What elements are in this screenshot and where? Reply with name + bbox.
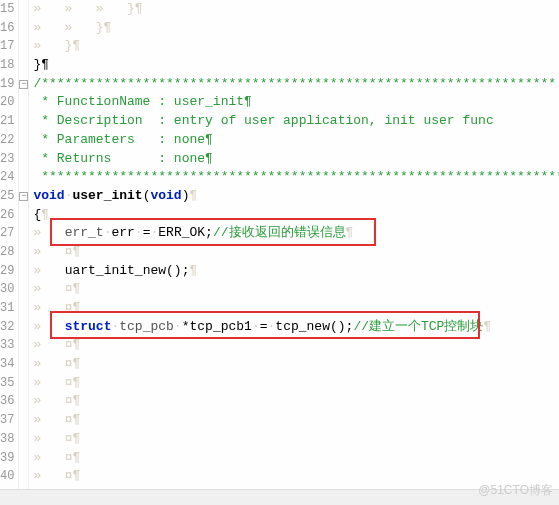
code-line[interactable]: ****************************************…	[33, 168, 559, 187]
code-line[interactable]: }¶	[33, 56, 559, 75]
line-number: 35	[0, 374, 14, 393]
code-line[interactable]: » uart_init_new();¶	[33, 262, 559, 281]
code-line[interactable]: » » » }¶	[33, 0, 559, 19]
code-line[interactable]: {¶	[33, 206, 559, 225]
code-line[interactable]: » » }¶	[33, 19, 559, 38]
line-number: 28	[0, 243, 14, 262]
code-line[interactable]: » ¤¶	[33, 336, 559, 355]
line-number: 40	[0, 467, 14, 486]
line-number: 21	[0, 112, 14, 131]
code-line[interactable]: * FunctionName : user_init¶	[33, 93, 559, 112]
code-line[interactable]: * Returns : none¶	[33, 150, 559, 169]
line-number: 31	[0, 299, 14, 318]
code-line[interactable]: » ¤¶	[33, 299, 559, 318]
code-line[interactable]: * Parameters : none¶	[33, 131, 559, 150]
fold-collapse-icon[interactable]: −	[19, 80, 28, 89]
code-line[interactable]: » ¤¶	[33, 374, 559, 393]
line-number: 20	[0, 93, 14, 112]
line-number: 23	[0, 150, 14, 169]
code-editor[interactable]: 15 16 17 18 19 20 21 22 23 24 25 26 27 2…	[0, 0, 559, 505]
line-number-gutter: 15 16 17 18 19 20 21 22 23 24 25 26 27 2…	[0, 0, 19, 505]
line-number: 36	[0, 392, 14, 411]
line-number: 30	[0, 280, 14, 299]
code-line[interactable]: void·user_init(void)¶	[33, 187, 559, 206]
code-line[interactable]: » ¤¶	[33, 411, 559, 430]
line-number: 37	[0, 411, 14, 430]
line-number: 15	[0, 0, 14, 19]
line-number: 18	[0, 56, 14, 75]
line-number: 24	[0, 168, 14, 187]
code-line[interactable]: » ¤¶	[33, 449, 559, 468]
line-number: 26	[0, 206, 14, 225]
code-line[interactable]: » ¤¶	[33, 430, 559, 449]
code-area[interactable]: » » » }¶ » » }¶ » }¶ }¶ /***************…	[29, 0, 559, 505]
code-line[interactable]: » ¤¶	[33, 243, 559, 262]
watermark: @51CTO博客	[478, 482, 553, 499]
line-number: 27	[0, 224, 14, 243]
code-line[interactable]: /***************************************…	[33, 75, 559, 94]
horizontal-scrollbar[interactable]	[0, 489, 559, 505]
code-line[interactable]: » }¶	[33, 37, 559, 56]
code-line[interactable]: » ¤¶	[33, 280, 559, 299]
line-number: 22	[0, 131, 14, 150]
line-number: 38	[0, 430, 14, 449]
line-number: 19	[0, 75, 14, 94]
code-line[interactable]: » ¤¶	[33, 392, 559, 411]
line-number: 33	[0, 336, 14, 355]
line-number: 16	[0, 19, 14, 38]
line-number: 29	[0, 262, 14, 281]
code-line[interactable]: » ¤¶	[33, 355, 559, 374]
line-number: 39	[0, 449, 14, 468]
fold-column[interactable]: − −	[19, 0, 29, 505]
line-number: 32	[0, 318, 14, 337]
line-number: 34	[0, 355, 14, 374]
code-line[interactable]: * Description : entry of user applicatio…	[33, 112, 559, 131]
line-number: 25	[0, 187, 14, 206]
code-line[interactable]: » struct·tcp_pcb·*tcp_pcb1·=·tcp_new();/…	[33, 318, 559, 337]
code-line[interactable]: » err_t·err·=·ERR_OK;//接收返回的错误信息¶	[33, 224, 559, 243]
fold-collapse-icon[interactable]: −	[19, 192, 28, 201]
line-number: 17	[0, 37, 14, 56]
